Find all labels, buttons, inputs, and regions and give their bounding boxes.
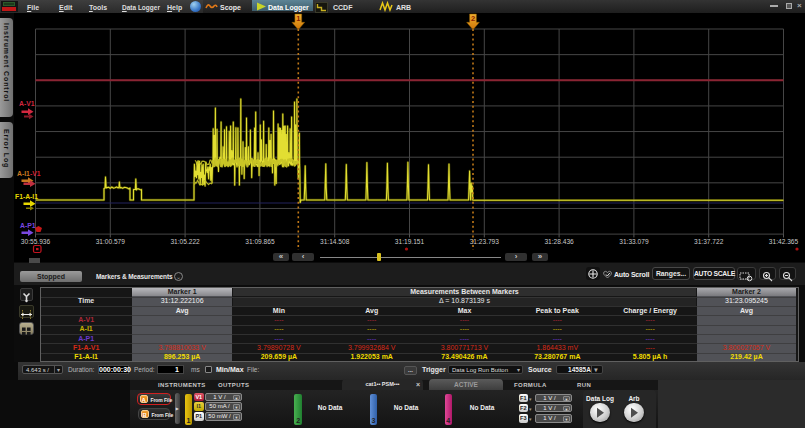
svg-text:2: 2 bbox=[471, 14, 475, 23]
svg-text:-V1: -V1 bbox=[30, 170, 41, 177]
svg-text:31:28.436: 31:28.436 bbox=[544, 238, 574, 245]
svg-text:31:33.079: 31:33.079 bbox=[619, 238, 649, 245]
svg-text:31:23.793: 31:23.793 bbox=[470, 238, 500, 245]
svg-text:31:14.508: 31:14.508 bbox=[320, 238, 350, 245]
svg-text:31:09.865: 31:09.865 bbox=[245, 238, 275, 245]
svg-text:31:05.222: 31:05.222 bbox=[170, 238, 200, 245]
svg-text:31:19.151: 31:19.151 bbox=[395, 238, 425, 245]
svg-text:1: 1 bbox=[296, 14, 300, 23]
svg-text:F1-A-I1: F1-A-I1 bbox=[15, 193, 38, 200]
svg-text:31:37.722: 31:37.722 bbox=[694, 238, 724, 245]
svg-text:A-P1: A-P1 bbox=[20, 222, 36, 229]
svg-text:30:55.936: 30:55.936 bbox=[21, 238, 51, 245]
svg-text:A-I1: A-I1 bbox=[17, 170, 30, 177]
svg-text:31:42.365: 31:42.365 bbox=[769, 238, 799, 245]
svg-text:31:00.579: 31:00.579 bbox=[96, 238, 126, 245]
svg-text:A-V1: A-V1 bbox=[19, 100, 35, 107]
